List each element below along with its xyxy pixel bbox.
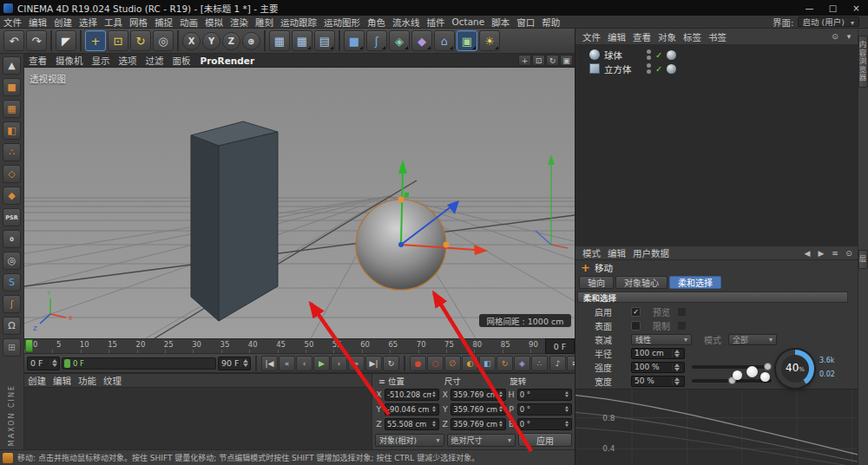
lock-y-icon[interactable]: Y xyxy=(202,32,220,50)
material-menu-item[interactable]: 纹理 xyxy=(100,374,125,387)
menu-item[interactable]: 雕刻 xyxy=(252,16,277,29)
autokey-icon[interactable]: ○ xyxy=(427,356,444,371)
attribute-menu-item[interactable]: 模式 xyxy=(579,246,604,259)
viewport-solo-icon[interactable]: ◎ xyxy=(3,252,21,270)
model-mode-icon[interactable]: ■ xyxy=(3,78,21,96)
zoom-view-icon[interactable]: ⊡ xyxy=(532,55,545,66)
coord-mode-dropdown[interactable]: 对象(相对) xyxy=(375,434,444,447)
coord-system-icon[interactable]: ⊕ xyxy=(242,32,260,50)
attribute-tab[interactable]: 轴向 xyxy=(579,276,614,289)
sculpt-pen-icon[interactable]: ʃ xyxy=(3,295,21,313)
lock-z-icon[interactable]: Z xyxy=(222,32,240,50)
menu-item[interactable]: 插件 xyxy=(424,16,449,29)
object-name[interactable]: 立方体 xyxy=(604,62,642,75)
rotation-input[interactable]: 0 ° xyxy=(517,403,572,416)
timeline-ruler[interactable]: 051015202530354045505560657075808590 xyxy=(24,338,545,354)
close-button[interactable]: × xyxy=(845,0,868,16)
attribute-menu-item[interactable]: 编辑 xyxy=(604,246,629,259)
cube-object[interactable] xyxy=(191,121,278,321)
end-frame-input[interactable]: 90 F xyxy=(218,357,251,370)
spline-pen-icon[interactable]: ʃ xyxy=(366,30,387,51)
prorender-menu[interactable]: ProRender xyxy=(195,56,260,66)
menu-item[interactable]: 运动图形 xyxy=(320,16,364,29)
strength-slider[interactable] xyxy=(692,365,772,369)
timeline-range-slider[interactable]: 0 F xyxy=(62,357,216,370)
falloff-curve-graph[interactable]: 0.8 0.4 xyxy=(575,389,858,465)
enabled-check-icon[interactable] xyxy=(655,50,662,60)
width-input[interactable]: 50 % xyxy=(631,376,685,387)
viewport-canvas[interactable]: Y X Z xyxy=(24,68,575,338)
goto-start-icon[interactable]: |◀ xyxy=(261,356,278,371)
goto-end-icon[interactable]: ▶| xyxy=(365,356,382,371)
object-row[interactable]: 立方体 xyxy=(575,62,858,75)
size-input[interactable]: 359.769 cm xyxy=(450,403,505,416)
sound-icon[interactable]: ♪ xyxy=(549,356,566,371)
light-icon[interactable]: ☀ xyxy=(479,30,500,51)
record-scale-icon[interactable]: ◧ xyxy=(479,356,496,371)
view-label[interactable]: 透视视图 xyxy=(30,72,66,85)
pan-view-icon[interactable]: + xyxy=(518,55,531,66)
visibility-dots[interactable] xyxy=(647,63,651,74)
material-menu-item[interactable]: 编辑 xyxy=(49,374,75,387)
am-history-icon[interactable]: ≡ xyxy=(829,247,841,259)
menu-item[interactable]: 网格 xyxy=(126,16,151,29)
render-settings-icon[interactable]: ▤ xyxy=(314,30,335,51)
am-forward-icon[interactable]: ▶ xyxy=(815,247,827,259)
am-back-icon[interactable]: ◀ xyxy=(801,247,813,259)
width-slider[interactable] xyxy=(692,379,772,383)
om-search-icon[interactable]: ⊙ xyxy=(829,31,841,43)
surface-checkbox[interactable] xyxy=(631,321,641,331)
toolbar-separator[interactable] xyxy=(339,30,340,51)
viewport-menu-item[interactable]: 过滤 xyxy=(141,54,168,67)
record-pla-icon[interactable]: ∴ xyxy=(531,356,548,371)
next-key-icon[interactable]: » xyxy=(348,356,365,371)
last-tool-icon[interactable]: ◎ xyxy=(153,30,174,51)
apply-button[interactable]: 应用 xyxy=(518,433,572,447)
radius-input[interactable]: 100 cm xyxy=(631,348,685,359)
live-selection-icon[interactable]: ◤ xyxy=(56,30,76,51)
record-position-icon[interactable]: ◐ xyxy=(462,356,478,371)
attribute-tab[interactable]: 柔和选择 xyxy=(669,276,721,289)
material-menu-item[interactable]: 功能 xyxy=(75,374,100,387)
start-frame-input[interactable]: 0 F xyxy=(27,357,60,370)
convert-editable-icon[interactable]: ▲ xyxy=(3,56,21,75)
next-frame-icon[interactable]: › xyxy=(331,356,347,371)
object-manager-menu-item[interactable]: 文件 xyxy=(579,30,604,43)
object-manager-menu-item[interactable]: 对象 xyxy=(654,30,680,43)
strength-input[interactable]: 100 % xyxy=(631,362,685,373)
play-button[interactable]: ▶ xyxy=(313,356,330,371)
enable-checkbox[interactable] xyxy=(631,307,641,317)
move-icon[interactable]: + xyxy=(85,30,106,51)
scale-icon[interactable]: ⊡ xyxy=(108,30,128,51)
section-header[interactable]: 柔和选择 xyxy=(577,291,848,303)
primitive-cube-icon[interactable]: ■ xyxy=(344,30,365,51)
environment-icon[interactable]: ⌂ xyxy=(434,30,455,51)
object-manager-menu-item[interactable]: 书签 xyxy=(705,30,730,43)
interface-dropdown[interactable]: 启动 (用户) xyxy=(798,16,859,27)
playhead[interactable] xyxy=(25,339,33,352)
blue-s-icon[interactable]: S xyxy=(3,273,21,291)
menu-item[interactable]: 编辑 xyxy=(25,16,50,29)
size-input[interactable]: 359.769 cm xyxy=(450,418,505,430)
attribute-tab[interactable]: 对象轴心 xyxy=(615,276,667,289)
minimize-button[interactable]: — xyxy=(798,0,821,16)
points-mode-icon[interactable]: ∴ xyxy=(3,143,21,161)
menu-item[interactable]: 流水线 xyxy=(389,16,424,29)
menu-item[interactable]: 渲染 xyxy=(227,16,252,29)
psr-lock-button[interactable]: PSR xyxy=(3,208,21,226)
am-lock-icon[interactable]: ⊙ xyxy=(843,247,855,259)
render-view-icon[interactable]: ▦ xyxy=(269,30,290,51)
viewport-menu-item[interactable]: 面板 xyxy=(168,54,195,67)
object-manager-list[interactable]: 球体 立方体 xyxy=(575,45,858,246)
generator-icon[interactable]: ◈ xyxy=(389,30,410,51)
rotate-view-icon[interactable]: ↻ xyxy=(546,55,559,66)
menu-item[interactable]: Octane xyxy=(449,16,489,27)
camera-icon[interactable]: ▣ xyxy=(457,30,477,51)
menu-item[interactable]: 选择 xyxy=(76,16,101,29)
menu-item[interactable]: 动画 xyxy=(176,16,201,29)
content-browser-tab[interactable]: 内容浏览器 xyxy=(858,36,868,88)
preview-checkbox[interactable] xyxy=(677,307,687,317)
texture-mode-icon[interactable]: ▦ xyxy=(3,100,21,118)
size-input[interactable]: 359.769 cm xyxy=(450,389,505,401)
attribute-menu-item[interactable]: 用户数据 xyxy=(629,246,673,259)
